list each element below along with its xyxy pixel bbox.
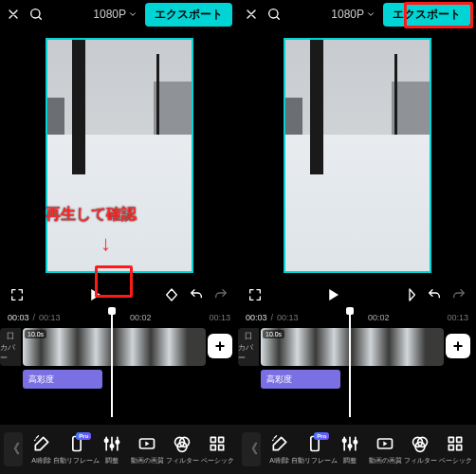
- video-clip[interactable]: 10.0s: [23, 328, 206, 366]
- quality-icon: [137, 434, 156, 453]
- tool-label: 調整: [105, 456, 119, 465]
- play-button[interactable]: [320, 282, 346, 308]
- redo-icon[interactable]: [451, 287, 467, 302]
- screen-right: 1080P エクスポート 00:03 / 00:: [238, 0, 476, 474]
- chevron-down-icon: [128, 9, 137, 19]
- video-track[interactable]: 囗 カバー 10.0s +: [238, 328, 476, 366]
- tool-filter[interactable]: フィルター: [166, 434, 199, 465]
- video-clip[interactable]: 10.0s: [261, 328, 444, 366]
- fullscreen-icon[interactable]: [247, 287, 263, 302]
- effect-track[interactable]: 高彩度: [0, 370, 238, 389]
- resolution-selector[interactable]: 1080P: [87, 5, 137, 24]
- search-icon[interactable]: [28, 7, 44, 22]
- resolution-label: 1080P: [93, 8, 126, 21]
- time-row: 00:03 / 00:13 00:02 00:13: [0, 311, 238, 324]
- tool-label: 自動リフレーム: [53, 456, 100, 465]
- undo-icon[interactable]: [427, 287, 442, 302]
- export-button[interactable]: エクスポート: [145, 3, 232, 27]
- screen-left: 1080P エクスポート 再生して確認 ↓ 0: [0, 0, 238, 474]
- top-bar: 1080P エクスポート: [0, 0, 238, 28]
- time-current: 00:03: [246, 313, 267, 322]
- preview-area: [238, 28, 476, 273]
- keyframe-icon[interactable]: [164, 287, 179, 302]
- playback-controls: [238, 279, 476, 311]
- toolbar-back[interactable]: 《: [242, 432, 261, 466]
- time-total: 00:13: [39, 313, 61, 322]
- resolution-label: 1080P: [331, 8, 364, 21]
- eraser-icon: [270, 434, 289, 453]
- clip-duration-tag: 10.0s: [25, 330, 46, 338]
- tool-label: 調整: [343, 456, 357, 465]
- add-clip-button[interactable]: +: [446, 334, 470, 358]
- cover-label: カバー: [238, 342, 259, 363]
- svg-point-12: [348, 444, 351, 447]
- search-icon[interactable]: [266, 7, 282, 22]
- svg-point-4: [116, 440, 119, 443]
- tool-video-quality[interactable]: 動画の画質: [131, 434, 164, 465]
- chevron-down-icon: [366, 9, 375, 19]
- cover-thumb: 囗: [245, 331, 252, 341]
- tool-adjust[interactable]: 調整: [95, 434, 128, 465]
- tool-adjust[interactable]: 調整: [333, 434, 366, 465]
- tool-auto-reframe[interactable]: Pro 自動リフレーム: [298, 434, 331, 465]
- annotation-box-play: [95, 265, 133, 298]
- pro-badge: Pro: [314, 432, 329, 440]
- svg-point-3: [110, 444, 113, 447]
- filter-icon: [173, 434, 192, 453]
- filter-icon: [411, 434, 430, 453]
- cover-thumb: 囗: [7, 331, 14, 341]
- video-track[interactable]: 囗 カバー 10.0s +: [0, 328, 238, 366]
- tool-basic[interactable]: ベーシック: [439, 434, 472, 465]
- time-total: 00:13: [277, 313, 299, 322]
- cover-button[interactable]: 囗 カバー: [238, 328, 259, 366]
- time-end: 00:13: [447, 313, 468, 322]
- tool-label: 自動リフレーム: [291, 456, 338, 465]
- cover-label: カバー: [0, 342, 21, 363]
- tool-video-quality[interactable]: 動画の画質: [369, 434, 402, 465]
- sliders-icon: [102, 434, 121, 453]
- tool-label: ベーシック: [439, 456, 472, 465]
- time-playhead: 00:02: [368, 313, 390, 322]
- undo-icon[interactable]: [189, 287, 204, 302]
- redo-icon[interactable]: [213, 287, 229, 302]
- effect-track[interactable]: 高彩度: [238, 370, 476, 389]
- tool-auto-reframe[interactable]: Pro 自動リフレーム: [60, 434, 93, 465]
- add-clip-button[interactable]: +: [208, 334, 232, 358]
- tool-basic[interactable]: ベーシック: [201, 434, 234, 465]
- basic-icon: [446, 434, 465, 453]
- svg-point-13: [354, 440, 357, 443]
- close-icon[interactable]: [244, 7, 259, 22]
- annotation-play-confirm: 再生して確認: [46, 205, 137, 225]
- pro-badge: Pro: [76, 432, 91, 440]
- tool-filter[interactable]: フィルター: [404, 434, 437, 465]
- eraser-icon: [32, 434, 51, 453]
- video-preview[interactable]: [284, 38, 431, 273]
- svg-point-2: [104, 439, 107, 442]
- fullscreen-icon[interactable]: [9, 287, 25, 302]
- cover-button[interactable]: 囗 カバー: [0, 328, 21, 366]
- effect-label: 高彩度: [28, 374, 54, 386]
- annotation-box-export: [404, 2, 473, 28]
- preview-area: [0, 28, 238, 273]
- tool-label: フィルター: [166, 456, 199, 465]
- video-preview[interactable]: [46, 38, 193, 273]
- effect-clip[interactable]: 高彩度: [261, 370, 340, 389]
- quality-icon: [375, 434, 394, 453]
- bottom-toolbar: 《 AI削除 Pro 自動リフレーム 調整 動画の画質 フィルター ベーシック: [0, 425, 238, 474]
- resolution-selector[interactable]: 1080P: [325, 5, 375, 24]
- timeline[interactable]: 囗 カバー 10.0s + 高彩度: [0, 324, 238, 392]
- annotation-arrow: ↓: [101, 231, 111, 256]
- bottom-toolbar: 《 AI削除 Pro 自動リフレーム 調整 動画の画質 フィルター ベーシック: [238, 425, 476, 474]
- effect-clip[interactable]: 高彩度: [23, 370, 102, 389]
- close-icon[interactable]: [6, 7, 21, 22]
- effect-label: 高彩度: [266, 374, 292, 386]
- toolbar-back[interactable]: 《: [4, 432, 23, 466]
- playhead[interactable]: [349, 311, 351, 417]
- playhead[interactable]: [111, 311, 113, 417]
- time-end: 00:13: [209, 313, 230, 322]
- tool-label: 動画の画質: [131, 456, 164, 465]
- clip-duration-tag: 10.0s: [263, 330, 284, 338]
- keyframe-icon[interactable]: [402, 287, 417, 302]
- timeline[interactable]: 囗 カバー 10.0s + 高彩度: [238, 324, 476, 392]
- tool-label: AI削除: [31, 456, 51, 465]
